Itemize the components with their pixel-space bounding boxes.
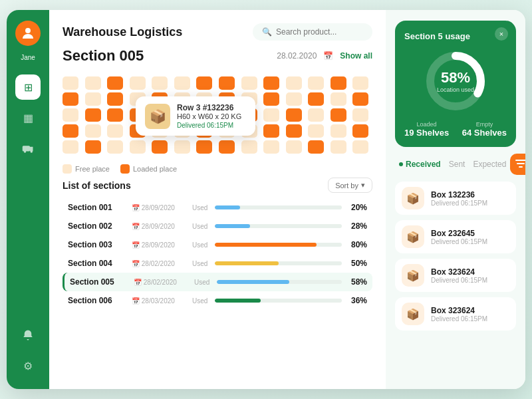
progress-bar-wrap xyxy=(215,243,342,247)
shelf-cell[interactable] xyxy=(352,108,368,122)
shelf-cell[interactable] xyxy=(196,140,212,154)
table-row[interactable]: Section 004 📅 28/02/2020 Used 50% xyxy=(63,254,372,273)
section-date: 28.02.2020 xyxy=(277,51,317,61)
sidebar: Jane ⊞ ▦ ⚙ xyxy=(7,10,49,389)
shelf-cell[interactable] xyxy=(107,108,123,122)
section-row-used: Used xyxy=(192,204,211,211)
shelf-cell[interactable] xyxy=(308,108,324,122)
table-row[interactable]: Section 003 📅 28/09/2020 Used 80% xyxy=(63,235,372,254)
shelf-cell[interactable] xyxy=(196,76,212,90)
shelf-cell[interactable] xyxy=(107,92,123,106)
shelf-cell[interactable] xyxy=(286,124,302,138)
shelf-cell[interactable] xyxy=(331,140,346,154)
show-all-button[interactable]: Show all xyxy=(340,51,372,61)
shelf-cell[interactable] xyxy=(85,140,101,154)
app-container: Jane ⊞ ▦ ⚙ Warehouse Logistics 🔍 Sect xyxy=(7,10,525,389)
shelf-cell[interactable] xyxy=(263,124,279,138)
section-row-name: Section 005 xyxy=(70,277,130,287)
shelf-cell[interactable] xyxy=(286,92,302,106)
grid-legend: Free place Loaded place xyxy=(63,164,372,174)
svg-point-3 xyxy=(24,151,26,153)
shelf-cell[interactable] xyxy=(308,92,324,106)
shelf-cell[interactable] xyxy=(352,124,368,138)
shelf-cell[interactable] xyxy=(85,124,101,138)
shelf-tooltip: 📦 Row 3 #132236 H60 x W60 x 20 KG Delive… xyxy=(136,96,255,136)
sidebar-item-bell[interactable] xyxy=(15,323,41,348)
list-item[interactable]: 📦 Box 323624 Delivered 06:15PM xyxy=(395,259,516,292)
shelf-cell[interactable] xyxy=(63,140,78,154)
shelf-cell[interactable] xyxy=(63,76,78,90)
tabs-row: Received Sent Expected xyxy=(395,154,516,175)
filter-button[interactable] xyxy=(510,154,525,175)
shelf-cell[interactable] xyxy=(331,76,346,90)
tab-expected[interactable]: Expected xyxy=(469,157,510,172)
shelf-cell[interactable] xyxy=(263,76,279,90)
search-input[interactable] xyxy=(276,27,363,37)
shelf-cell[interactable] xyxy=(263,140,279,154)
shelf-cell[interactable] xyxy=(263,108,279,122)
shelf-cell[interactable] xyxy=(331,124,346,138)
shelf-cell[interactable] xyxy=(308,140,324,154)
shelf-cell[interactable] xyxy=(107,124,123,138)
box-sub: Delivered 06:15PM xyxy=(431,277,509,284)
shelf-cell[interactable] xyxy=(130,76,146,90)
legend-free-label: Free place xyxy=(75,165,110,173)
shelf-cell[interactable] xyxy=(286,108,302,122)
legend-loaded: Loaded place xyxy=(120,164,177,174)
shelf-cell[interactable] xyxy=(63,124,78,138)
shelf-cell[interactable] xyxy=(331,92,346,106)
legend-dot-free xyxy=(63,164,72,174)
sidebar-item-truck[interactable] xyxy=(15,136,41,161)
shelf-cell[interactable] xyxy=(241,76,257,90)
usage-card-title: Section 5 usage xyxy=(404,31,507,41)
table-row[interactable]: Section 005 📅 28/02/2020 Used 58% xyxy=(63,273,372,291)
shelf-cell[interactable] xyxy=(219,140,235,154)
shelf-cell[interactable] xyxy=(263,92,279,106)
table-row[interactable]: Section 002 📅 28/09/2020 Used 28% xyxy=(63,217,372,235)
shelf-cell[interactable] xyxy=(63,108,78,122)
search-bar[interactable]: 🔍 xyxy=(253,23,372,41)
shelf-cell[interactable] xyxy=(331,108,346,122)
list-item[interactable]: 📦 Box 232645 Delivered 06:15PM xyxy=(395,220,516,253)
shelf-cell[interactable] xyxy=(286,76,302,90)
shelf-cell[interactable] xyxy=(107,140,123,154)
progress-bar xyxy=(215,243,317,247)
shelf-cell[interactable] xyxy=(152,140,168,154)
section-row-date: 📅 28/09/2020 xyxy=(132,204,188,211)
shelf-cell[interactable] xyxy=(130,140,146,154)
shelf-cell[interactable] xyxy=(63,92,78,106)
tab-sent[interactable]: Sent xyxy=(445,157,469,172)
sort-button[interactable]: Sort by ▾ xyxy=(328,178,372,193)
shelf-cell[interactable] xyxy=(308,76,324,90)
loaded-value: 19 Shelves xyxy=(404,128,449,138)
list-item[interactable]: 📦 Box 132236 Delivered 06:15PM xyxy=(395,182,516,215)
shelf-cell[interactable] xyxy=(85,92,101,106)
shelf-cell[interactable] xyxy=(352,76,368,90)
shelf-cell[interactable] xyxy=(85,108,101,122)
table-row[interactable]: Section 001 📅 28/09/2020 Used 20% xyxy=(63,198,372,217)
sections-list: Section 001 📅 28/09/2020 Used 20% Sectio… xyxy=(63,198,372,310)
list-header: List of sections Sort by ▾ xyxy=(63,178,372,193)
list-item[interactable]: 📦 Box 323624 Delivered 06:15PM xyxy=(395,297,516,331)
tooltip-row: Row 3 #132236 xyxy=(177,103,241,112)
section-row-name: Section 002 xyxy=(68,221,128,231)
shelf-cell[interactable] xyxy=(152,76,168,90)
table-row[interactable]: Section 006 📅 28/03/2020 Used 36% xyxy=(63,291,372,310)
shelf-cell[interactable] xyxy=(241,140,257,154)
shelf-cell[interactable] xyxy=(174,140,190,154)
box-list: 📦 Box 132236 Delivered 06:15PM 📦 Box 232… xyxy=(395,182,516,331)
shelf-cell[interactable] xyxy=(174,76,190,90)
shelf-cell[interactable] xyxy=(286,140,302,154)
box-icon: 📦 xyxy=(402,303,424,325)
shelf-cell[interactable] xyxy=(85,76,101,90)
shelf-cell[interactable] xyxy=(308,124,324,138)
shelf-cell[interactable] xyxy=(107,76,123,90)
sidebar-item-grid[interactable]: ⊞ xyxy=(15,74,41,100)
shelf-cell[interactable] xyxy=(219,76,235,90)
close-button[interactable]: × xyxy=(495,27,508,41)
shelf-cell[interactable] xyxy=(352,92,368,106)
shelf-cell[interactable] xyxy=(352,140,368,154)
tab-received[interactable]: Received xyxy=(395,157,445,172)
sidebar-item-gear[interactable]: ⚙ xyxy=(15,353,41,378)
sidebar-item-box[interactable]: ▦ xyxy=(15,105,41,130)
